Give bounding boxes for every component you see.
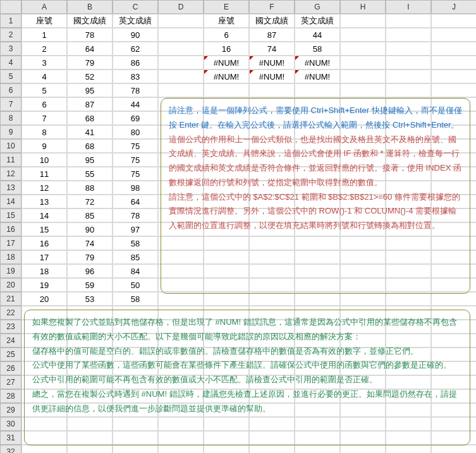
row-header-26[interactable]: 26 bbox=[0, 361, 21, 375]
row-header-7[interactable]: 7 bbox=[0, 97, 21, 111]
cell-A13[interactable]: 12 bbox=[21, 181, 67, 195]
row-header-8[interactable]: 8 bbox=[0, 111, 21, 125]
cell-I4[interactable] bbox=[386, 56, 431, 69]
row-header-9[interactable]: 9 bbox=[0, 125, 21, 139]
cell-A1[interactable]: 座號 bbox=[21, 14, 67, 28]
cell-A16[interactable]: 15 bbox=[21, 222, 67, 236]
cell-I2[interactable] bbox=[386, 28, 431, 42]
cell-B17[interactable]: 74 bbox=[67, 236, 113, 250]
row-header-3[interactable]: 3 bbox=[0, 42, 21, 56]
row-header-31[interactable]: 31 bbox=[0, 431, 21, 445]
cell-C18[interactable]: 85 bbox=[113, 250, 158, 264]
row-header-1[interactable]: 1 bbox=[0, 14, 21, 28]
cell-H1[interactable] bbox=[340, 14, 386, 28]
cell-F32[interactable] bbox=[249, 445, 295, 453]
cell-F21[interactable] bbox=[249, 292, 295, 306]
row-header-12[interactable]: 12 bbox=[0, 167, 21, 181]
row-header-4[interactable]: 4 bbox=[0, 56, 21, 69]
cell-C17[interactable]: 58 bbox=[113, 236, 158, 250]
column-header-J[interactable]: J bbox=[431, 0, 476, 14]
cell-C20[interactable]: 50 bbox=[113, 278, 158, 292]
row-header-25[interactable]: 25 bbox=[0, 347, 21, 361]
cell-I21[interactable] bbox=[386, 292, 431, 306]
cell-J4[interactable] bbox=[431, 56, 476, 69]
cell-A18[interactable]: 17 bbox=[21, 250, 67, 264]
cell-C19[interactable]: 84 bbox=[113, 264, 158, 278]
row-header-15[interactable]: 15 bbox=[0, 208, 21, 222]
cell-B19[interactable]: 96 bbox=[67, 264, 113, 278]
row-header-14[interactable]: 14 bbox=[0, 195, 21, 208]
row-header-30[interactable]: 30 bbox=[0, 417, 21, 431]
cell-I32[interactable] bbox=[386, 445, 431, 453]
column-header-C[interactable]: C bbox=[113, 0, 158, 14]
cell-A4[interactable]: 3 bbox=[21, 56, 67, 69]
row-header-17[interactable]: 17 bbox=[0, 236, 21, 250]
cell-A5[interactable]: 4 bbox=[21, 69, 67, 83]
cell-C21[interactable]: 58 bbox=[113, 292, 158, 306]
cell-B16[interactable]: 90 bbox=[67, 222, 113, 236]
cell-D2[interactable] bbox=[158, 28, 204, 42]
row-header-11[interactable]: 11 bbox=[0, 153, 21, 167]
cell-D1[interactable] bbox=[158, 14, 204, 28]
cell-C11[interactable]: 75 bbox=[113, 153, 158, 167]
cell-H21[interactable] bbox=[340, 292, 386, 306]
cell-A8[interactable]: 7 bbox=[21, 111, 67, 125]
cell-E6[interactable] bbox=[204, 83, 249, 97]
cell-H2[interactable] bbox=[340, 28, 386, 42]
cell-F2[interactable]: 87 bbox=[249, 28, 295, 42]
column-header-G[interactable]: G bbox=[295, 0, 340, 14]
cell-A6[interactable]: 5 bbox=[21, 83, 67, 97]
cell-C3[interactable]: 62 bbox=[113, 42, 158, 56]
cell-E32[interactable] bbox=[204, 445, 249, 453]
cell-H32[interactable] bbox=[340, 445, 386, 453]
cell-C32[interactable] bbox=[113, 445, 158, 453]
cell-I6[interactable] bbox=[386, 83, 431, 97]
cell-E2[interactable]: 6 bbox=[204, 28, 249, 42]
column-header-H[interactable]: H bbox=[340, 0, 386, 14]
row-header-20[interactable]: 20 bbox=[0, 278, 21, 292]
cell-B11[interactable]: 95 bbox=[67, 153, 113, 167]
row-header-6[interactable]: 6 bbox=[0, 83, 21, 97]
column-header-E[interactable]: E bbox=[204, 0, 249, 14]
cell-G3[interactable]: 58 bbox=[295, 42, 340, 56]
cell-B15[interactable]: 85 bbox=[67, 208, 113, 222]
cell-J21[interactable] bbox=[431, 292, 476, 306]
cell-B10[interactable]: 68 bbox=[67, 139, 113, 153]
cell-B3[interactable]: 64 bbox=[67, 42, 113, 56]
cell-B2[interactable]: 78 bbox=[67, 28, 113, 42]
column-header-I[interactable]: I bbox=[386, 0, 431, 14]
cell-E5[interactable]: #NUM! bbox=[204, 69, 249, 83]
cell-C15[interactable]: 78 bbox=[113, 208, 158, 222]
cell-C10[interactable]: 75 bbox=[113, 139, 158, 153]
cell-F1[interactable]: 國文成績 bbox=[249, 14, 295, 28]
column-header-F[interactable]: F bbox=[249, 0, 295, 14]
cell-F5[interactable]: #NUM! bbox=[249, 69, 295, 83]
cell-C12[interactable]: 75 bbox=[113, 167, 158, 181]
cell-B21[interactable]: 53 bbox=[67, 292, 113, 306]
row-header-29[interactable]: 29 bbox=[0, 403, 21, 417]
cell-A2[interactable]: 1 bbox=[21, 28, 67, 42]
cell-A9[interactable]: 8 bbox=[21, 125, 67, 139]
row-header-23[interactable]: 23 bbox=[0, 320, 21, 334]
row-header-19[interactable]: 19 bbox=[0, 264, 21, 278]
cell-A3[interactable]: 2 bbox=[21, 42, 67, 56]
cell-J2[interactable] bbox=[431, 28, 476, 42]
cell-A14[interactable]: 13 bbox=[21, 195, 67, 208]
row-header-16[interactable]: 16 bbox=[0, 222, 21, 236]
cell-B18[interactable]: 79 bbox=[67, 250, 113, 264]
cell-G32[interactable] bbox=[295, 445, 340, 453]
cell-F6[interactable] bbox=[249, 83, 295, 97]
select-all-corner[interactable] bbox=[0, 0, 21, 14]
cell-B4[interactable]: 79 bbox=[67, 56, 113, 69]
cell-G2[interactable]: 44 bbox=[295, 28, 340, 42]
cell-E1[interactable]: 座號 bbox=[204, 14, 249, 28]
cell-D21[interactable] bbox=[158, 292, 204, 306]
cell-H5[interactable] bbox=[340, 69, 386, 83]
row-header-21[interactable]: 21 bbox=[0, 292, 21, 306]
cell-C7[interactable]: 44 bbox=[113, 97, 158, 111]
cell-A17[interactable]: 16 bbox=[21, 236, 67, 250]
cell-I1[interactable] bbox=[386, 14, 431, 28]
row-header-10[interactable]: 10 bbox=[0, 139, 21, 153]
column-header-D[interactable]: D bbox=[158, 0, 204, 14]
cell-E4[interactable]: #NUM! bbox=[204, 56, 249, 69]
